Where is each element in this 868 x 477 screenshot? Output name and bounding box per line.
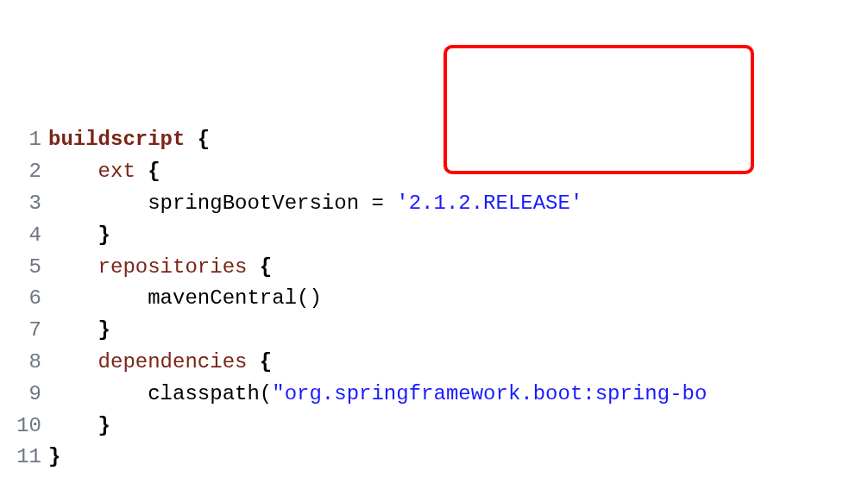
line-number: 10 bbox=[0, 411, 48, 442]
line-number: 6 bbox=[0, 283, 48, 314]
brace: } bbox=[48, 318, 110, 342]
line-number: 12 bbox=[0, 474, 48, 477]
line-number: 3 bbox=[0, 188, 48, 219]
keyword-buildscript: buildscript bbox=[48, 128, 185, 151]
code-block: 1 buildscript { 2 ext { 3 springBootVers… bbox=[0, 124, 868, 477]
code-line: 11 } bbox=[0, 442, 868, 474]
code-content: repositories { bbox=[48, 252, 868, 283]
line-number: 4 bbox=[0, 220, 48, 251]
method-call: classpath( bbox=[48, 382, 272, 405]
string-version: '2.1.2.RELEASE' bbox=[396, 191, 582, 215]
code-line: 2 ext { bbox=[0, 156, 868, 188]
code-line: 10 } bbox=[0, 410, 868, 442]
code-line: 6 mavenCentral() bbox=[0, 283, 868, 315]
code-content: springBootVersion = '2.1.2.RELEASE' bbox=[48, 188, 868, 219]
code-content: buildscript { bbox=[48, 124, 868, 155]
code-content: } bbox=[48, 315, 868, 346]
code-line: 8 dependencies { bbox=[0, 347, 868, 379]
line-number: 11 bbox=[0, 442, 48, 473]
code-content: ext { bbox=[48, 156, 868, 187]
assignment: springBootVersion = bbox=[48, 191, 396, 215]
line-number: 8 bbox=[0, 347, 48, 378]
code-line: 9 classpath("org.springframework.boot:sp… bbox=[0, 378, 868, 410]
line-number: 7 bbox=[0, 315, 48, 346]
code-line: 5 repositories { bbox=[0, 251, 868, 283]
indent bbox=[48, 160, 98, 183]
brace: { bbox=[185, 128, 210, 151]
brace: } bbox=[48, 223, 110, 247]
brace: { bbox=[135, 160, 160, 183]
brace: } bbox=[48, 445, 60, 468]
code-line: 4 } bbox=[0, 219, 868, 251]
method-call: mavenCentral() bbox=[48, 286, 322, 310]
code-line: 12 bbox=[0, 474, 868, 477]
line-number: 9 bbox=[0, 379, 48, 410]
code-content: } bbox=[48, 220, 868, 251]
code-line: 3 springBootVersion = '2.1.2.RELEASE' bbox=[0, 188, 868, 220]
code-content: } bbox=[48, 411, 868, 442]
line-number: 5 bbox=[0, 252, 48, 283]
indent bbox=[48, 255, 98, 279]
code-content: dependencies { bbox=[48, 347, 868, 378]
string-classpath: "org.springframework.boot:spring-bo bbox=[272, 382, 707, 405]
keyword-ext: ext bbox=[98, 160, 135, 183]
code-line: 7 } bbox=[0, 315, 868, 347]
keyword-repositories: repositories bbox=[98, 255, 248, 279]
brace: } bbox=[48, 414, 110, 437]
code-line: 1 buildscript { bbox=[0, 124, 868, 156]
line-number: 2 bbox=[0, 156, 48, 187]
code-content: } bbox=[48, 442, 868, 473]
code-content: mavenCentral() bbox=[48, 283, 868, 314]
line-number: 1 bbox=[0, 124, 48, 155]
indent bbox=[48, 350, 98, 373]
brace: { bbox=[247, 255, 272, 279]
code-content: classpath("org.springframework.boot:spri… bbox=[48, 379, 868, 410]
brace: { bbox=[247, 350, 272, 373]
keyword-dependencies: dependencies bbox=[98, 350, 248, 373]
